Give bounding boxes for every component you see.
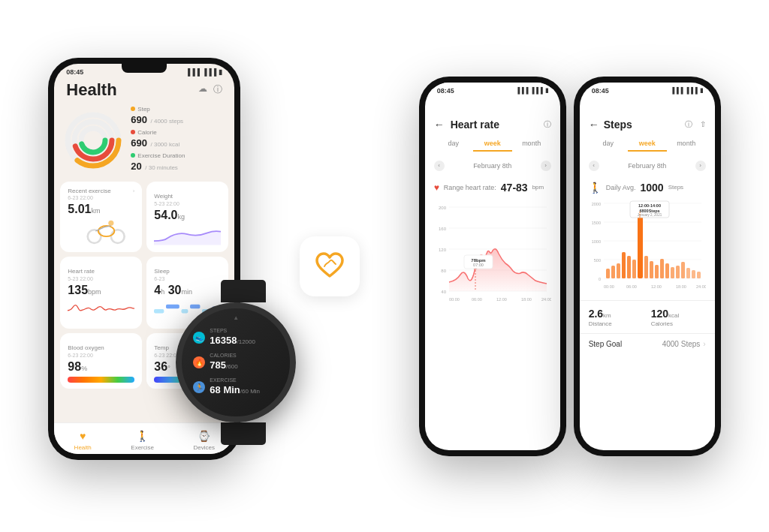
svg-text:00:00: 00:00 [449, 297, 460, 302]
hr-range: ♥ Range heart rate: 47-83 bpm [425, 179, 560, 197]
card-value: 36 [154, 360, 167, 373]
steps-date: February 8th [628, 162, 666, 170]
card-recent-exercise[interactable]: Recent exercise › 6-23 22:00 5.01km [60, 182, 142, 252]
card-value: 4 [154, 284, 161, 296]
tab-day[interactable]: day [434, 137, 473, 152]
hr-date: February 8th [473, 162, 511, 170]
smartwatch: 👟 Steps 16358/12000 🔥 Calories 785/600 [176, 280, 311, 430]
step-goal-arrow: › [703, 340, 705, 348]
steps-tabs: day week month [580, 137, 715, 152]
right-phones: 08:45 ▐▐▐ ▐▐▐ ▮ ← Heart rate ⓘ day week [419, 77, 721, 456]
card-heart-rate[interactable]: Heart rate 5-23 22:00 135bpm [60, 257, 142, 329]
hr-tabs: day week month [425, 137, 560, 152]
svg-text:18:00: 18:00 [676, 284, 686, 289]
exercise-icon: 🚶 [136, 429, 149, 443]
steps-next-date-button[interactable]: › [695, 161, 706, 171]
card-unit: km [91, 207, 100, 215]
svg-text:00:00: 00:00 [604, 284, 614, 289]
svg-rect-63 [660, 259, 664, 278]
watch-steps-icon: 👟 [193, 332, 205, 344]
steps-back-button[interactable]: ← [589, 119, 599, 131]
svg-rect-55 [617, 263, 620, 278]
svg-text:12:00: 12:00 [651, 284, 662, 289]
steps-chart: 2000 1500 1000 500 0 00:00 06:00 12:00 1… [589, 200, 706, 297]
svg-text:1500: 1500 [591, 221, 600, 225]
ring-legend: Step 690 / 4000 steps Calorie [131, 106, 225, 176]
svg-text:0: 0 [599, 277, 601, 281]
card-title: Recent exercise [68, 188, 110, 194]
stat-calories: 120kcal Calories [651, 307, 706, 327]
svg-rect-68 [686, 268, 690, 278]
svg-text:18:00: 18:00 [521, 297, 532, 302]
tab-month[interactable]: month [512, 137, 551, 152]
step-goal-label: Step Goal [589, 340, 622, 348]
svg-rect-59 [638, 211, 643, 278]
watch-exercise-icon: 🏃 [193, 381, 205, 393]
status-icons: ▐▐▐ ▐▐▐ ▮ [185, 68, 222, 76]
svg-point-8 [98, 225, 114, 236]
steps-tab-week[interactable]: week [628, 137, 667, 152]
card-blood-oxygen[interactable]: Blood oxygen 6-23 22:00 98% [60, 333, 142, 389]
svg-rect-65 [671, 267, 674, 278]
svg-text:500: 500 [593, 258, 600, 263]
card-arrow: › [133, 188, 135, 195]
card-title: Heart rate [68, 268, 95, 275]
steps-tab-day[interactable]: day [589, 137, 628, 152]
watch-metric-exercise: 🏃 Exercise 68 Min/60 Min [193, 377, 279, 396]
watch-metric-steps: 👟 Steps 16358/12000 [193, 328, 279, 347]
steps-header: ← Steps ⓘ ⇧ [580, 96, 715, 137]
steps-tab-month[interactable]: month [667, 137, 706, 152]
card-unit: kg [177, 213, 185, 221]
steps-screen: 08:45 ▐▐▐ ▐▐▐ ▮ ← Steps ⓘ ⇧ day week [580, 83, 715, 450]
svg-text:07:00: 07:00 [473, 263, 484, 267]
svg-point-6 [111, 230, 125, 243]
hr-back-button[interactable]: ← [434, 119, 445, 131]
svg-rect-64 [665, 263, 669, 278]
svg-text:12:00: 12:00 [496, 297, 507, 302]
nav-devices[interactable]: ⌚ Devices [194, 429, 215, 451]
svg-rect-12 [154, 309, 164, 313]
legend-calorie: Calorie 690 / 3000 kcal [131, 129, 225, 149]
nav-health[interactable]: ♥ Health [74, 429, 92, 451]
watch-strap-top [221, 280, 266, 302]
calorie-dot [131, 130, 135, 134]
tab-week[interactable]: week [473, 137, 512, 152]
weight-chart [154, 225, 221, 246]
daily-avg-unit: Steps [668, 184, 683, 191]
card-date: 6-23 22:00 [68, 353, 134, 358]
steps-status-time: 08:45 [592, 87, 609, 95]
steps-prev-date-button[interactable]: ‹ [589, 161, 599, 171]
steps-chart-container: 2000 1500 1000 500 0 00:00 06:00 12:00 1… [580, 200, 715, 300]
scene: 08:45 ▐▐▐ ▐▐▐ ▮ Health ☁ ⓘ [0, 0, 769, 532]
exercise-dot [131, 153, 135, 158]
svg-rect-60 [644, 256, 648, 278]
hr-battery-icon: ▮ [545, 87, 548, 94]
cloud-icon: ☁ [198, 83, 207, 96]
svg-rect-69 [692, 270, 695, 278]
wifi-icon: ▐▐▐ [185, 68, 200, 76]
card-value: 5.01 [68, 203, 91, 215]
step-goal-row[interactable]: Step Goal 4000 Steps › [580, 333, 715, 354]
steps-avg-icon: 🚶 [589, 182, 602, 194]
card-date: 5-23 22:00 [68, 276, 134, 281]
card-value: 54.0 [154, 209, 177, 221]
steps-share-icon[interactable]: ⇧ [700, 120, 706, 128]
steps-title: Steps [604, 119, 680, 131]
watch-body: 👟 Steps 16358/12000 🔥 Calories 785/600 [176, 302, 296, 422]
next-date-button[interactable]: › [541, 161, 551, 171]
step-dot [131, 107, 135, 111]
info-icon: ⓘ [213, 83, 222, 96]
svg-text:120: 120 [439, 248, 447, 252]
hr-header: ← Heart rate ⓘ [425, 96, 560, 137]
heart-rate-screen: 08:45 ▐▐▐ ▐▐▐ ▮ ← Heart rate ⓘ day week [425, 83, 560, 450]
svg-rect-62 [655, 265, 659, 278]
watch-metric-calories: 🔥 Calories 785/600 [193, 353, 279, 371]
card-value: 98 [68, 360, 81, 373]
status-time: 08:45 [66, 68, 83, 76]
nav-exercise[interactable]: 🚶 Exercise [131, 429, 154, 451]
hr-chart-container: 200 160 120 80 40 00:00 06:00 12:00 18:0… [425, 200, 560, 308]
card-weight[interactable]: Weight 5-23 22:00 54.0kg [146, 182, 228, 252]
main-phone: 08:45 ▐▐▐ ▐▐▐ ▮ Health ☁ ⓘ [48, 58, 240, 460]
prev-date-button[interactable]: ‹ [434, 161, 445, 171]
blood-oxygen-bar [68, 377, 134, 383]
